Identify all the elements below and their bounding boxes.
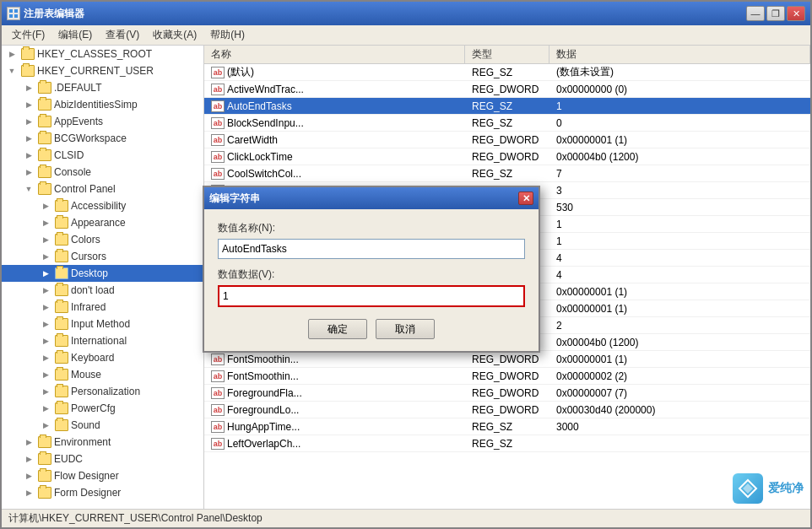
expand-mouse[interactable]: ▶ xyxy=(39,368,52,381)
expand-appevents[interactable]: ▶ xyxy=(22,115,35,128)
table-row[interactable]: abCoolSwitchCol...REG_SZ7 xyxy=(204,165,810,182)
expand-keyboard[interactable]: ▶ xyxy=(39,351,52,364)
expand-hkcr[interactable]: ▶ xyxy=(5,47,19,61)
dialog-title-bar: 编辑字符串 ✕ xyxy=(204,187,539,209)
menu-edit[interactable]: 编辑(E) xyxy=(51,26,99,44)
expand-default[interactable]: ▶ xyxy=(22,81,35,94)
expand-personalization[interactable]: ▶ xyxy=(39,385,52,398)
table-cell-name: abCaretWidth xyxy=(204,133,465,147)
table-row[interactable]: abActiveWndTrac...REG_DWORD0x00000000 (0… xyxy=(204,81,810,98)
expand-dont-load[interactable]: ▶ xyxy=(39,283,52,297)
tree-item-keyboard[interactable]: ▶ Keyboard xyxy=(2,349,203,366)
tree-item-powercfg[interactable]: ▶ PowerCfg xyxy=(2,400,203,417)
tree-item-infrared[interactable]: ▶ Infrared xyxy=(2,299,203,316)
reg-icon: ab xyxy=(211,404,225,416)
expand-environment[interactable]: ▶ xyxy=(22,435,35,449)
tree-item-clsid[interactable]: ▶ CLSID xyxy=(2,147,203,164)
table-cell-name: abFontSmoothin... xyxy=(204,353,465,366)
expand-sound[interactable]: ▶ xyxy=(39,418,52,432)
tree-item-input-method[interactable]: ▶ Input Method xyxy=(2,316,203,332)
expand-form-designer[interactable]: ▶ xyxy=(22,486,35,499)
table-row[interactable]: abClickLockTimeREG_DWORD0x00004b0 (1200) xyxy=(204,148,810,165)
tree-item-sound[interactable]: ▶ Sound xyxy=(2,417,203,434)
tree-item-hkcr[interactable]: ▶ HKEY_CLASSES_ROOT xyxy=(2,46,203,62)
tree-item-dont-load[interactable]: ▶ don't load xyxy=(2,282,203,299)
table-cell-name: ab(默认) xyxy=(204,64,465,80)
menu-view[interactable]: 查看(V) xyxy=(99,26,146,44)
expand-international[interactable]: ▶ xyxy=(39,334,52,348)
tree-item-desktop[interactable]: ▶ Desktop xyxy=(2,265,203,282)
svg-rect-0 xyxy=(9,9,13,13)
tree-item-mouse[interactable]: ▶ Mouse xyxy=(2,366,203,383)
tree-item-abiz[interactable]: ▶ AbizIdentitiesSimp xyxy=(2,96,203,113)
reg-icon: ab xyxy=(211,354,225,365)
table-cell-type: REG_DWORD xyxy=(465,353,549,366)
expand-eudc[interactable]: ▶ xyxy=(22,452,35,466)
tree-label-personalization: Personalization xyxy=(71,386,140,397)
tree-item-accessibility[interactable]: ▶ Accessibility xyxy=(2,197,203,214)
tree-item-colors[interactable]: ▶ Colors xyxy=(2,231,203,248)
tree-item-personalization[interactable]: ▶ Personalization xyxy=(2,383,203,400)
restore-button[interactable]: ❐ xyxy=(766,6,785,21)
expand-cursors[interactable]: ▶ xyxy=(39,250,52,263)
expand-desktop[interactable]: ▶ xyxy=(39,267,52,280)
table-cell-name: abBlockSendInpu... xyxy=(204,116,465,130)
menu-favorites[interactable]: 收藏夹(A) xyxy=(146,26,203,44)
table-row[interactable]: abFontSmoothin...REG_DWORD0x00000002 (2) xyxy=(204,368,810,385)
dialog-cancel-button[interactable]: 取消 xyxy=(376,319,435,339)
dialog-ok-button[interactable]: 确定 xyxy=(308,319,367,339)
expand-accessibility[interactable]: ▶ xyxy=(39,199,52,213)
folder-icon-appevents xyxy=(38,116,51,127)
close-button[interactable]: ✕ xyxy=(787,6,805,21)
minimize-button[interactable]: — xyxy=(746,6,765,21)
table-row[interactable]: abCaretWidthREG_DWORD0x00000001 (1) xyxy=(204,132,810,148)
tree-item-appevents[interactable]: ▶ AppEvents xyxy=(2,113,203,130)
folder-icon-console xyxy=(38,166,51,178)
expand-abiz[interactable]: ▶ xyxy=(22,98,35,111)
tree-item-default[interactable]: ▶ .DEFAULT xyxy=(2,79,203,96)
tree-item-control-panel[interactable]: ▼ Control Panel xyxy=(2,181,203,197)
expand-control-panel[interactable]: ▼ xyxy=(22,182,35,196)
dialog-name-input[interactable] xyxy=(218,239,525,259)
expand-input-method[interactable]: ▶ xyxy=(39,317,52,331)
table-cell-data: 1 xyxy=(549,235,810,248)
tree-label-appearance: Appearance xyxy=(71,217,126,229)
menu-help[interactable]: 帮助(H) xyxy=(203,26,252,44)
dialog-close-button[interactable]: ✕ xyxy=(518,192,533,205)
tree-item-appearance[interactable]: ▶ Appearance xyxy=(2,214,203,231)
expand-hkcu[interactable]: ▼ xyxy=(5,64,19,78)
tree-item-environment[interactable]: ▶ Environment xyxy=(2,434,203,451)
expand-clsid[interactable]: ▶ xyxy=(22,148,35,162)
menu-bar: 文件(F) 编辑(E) 查看(V) 收藏夹(A) 帮助(H) xyxy=(2,25,810,46)
tree-label-environment: Environment xyxy=(54,436,111,448)
expand-powercfg[interactable]: ▶ xyxy=(39,402,52,415)
tree-item-international[interactable]: ▶ International xyxy=(2,332,203,349)
table-row[interactable]: abForegroundFla...REG_DWORD0x00000007 (7… xyxy=(204,385,810,402)
tree-item-bcg[interactable]: ▶ BCGWorkspace xyxy=(2,130,203,147)
tree-label-mouse: Mouse xyxy=(71,369,101,381)
table-cell-data: 4 xyxy=(549,251,810,265)
tree-item-eudc[interactable]: ▶ EUDC xyxy=(2,451,203,467)
tree-item-cursors[interactable]: ▶ Cursors xyxy=(2,248,203,265)
dialog-value-input[interactable] xyxy=(218,285,525,307)
tree-item-hkcu[interactable]: ▼ HKEY_CURRENT_USER xyxy=(2,62,203,79)
expand-appearance[interactable]: ▶ xyxy=(39,216,52,229)
table-row[interactable]: ab(默认)REG_SZ(数值未设置) xyxy=(204,64,810,81)
table-row[interactable]: abBlockSendInpu...REG_SZ0 xyxy=(204,115,810,132)
table-row[interactable]: abLeftOverlapCh...REG_SZ xyxy=(204,435,810,452)
expand-bcg[interactable]: ▶ xyxy=(22,132,35,145)
table-row[interactable]: abHungAppTime...REG_SZ3000 xyxy=(204,418,810,435)
menu-file[interactable]: 文件(F) xyxy=(5,26,51,44)
tree-item-flow-designer[interactable]: ▶ Flow Designer xyxy=(2,467,203,484)
expand-flow-designer[interactable]: ▶ xyxy=(22,469,35,483)
table-row[interactable]: abFontSmoothin...REG_DWORD0x00000001 (1) xyxy=(204,351,810,368)
expand-infrared[interactable]: ▶ xyxy=(39,300,52,314)
expand-console[interactable]: ▶ xyxy=(22,165,35,179)
tree-item-console[interactable]: ▶ Console xyxy=(2,164,203,181)
app-icon xyxy=(7,7,20,20)
table-row[interactable]: abForegroundLo...REG_DWORD0x00030d40 (20… xyxy=(204,402,810,418)
tree-item-form-designer[interactable]: ▶ Form Designer xyxy=(2,484,203,501)
expand-colors[interactable]: ▶ xyxy=(39,233,52,246)
tree-label-input-method: Input Method xyxy=(71,318,130,330)
table-row[interactable]: abAutoEndTasksREG_SZ1 xyxy=(204,98,810,115)
